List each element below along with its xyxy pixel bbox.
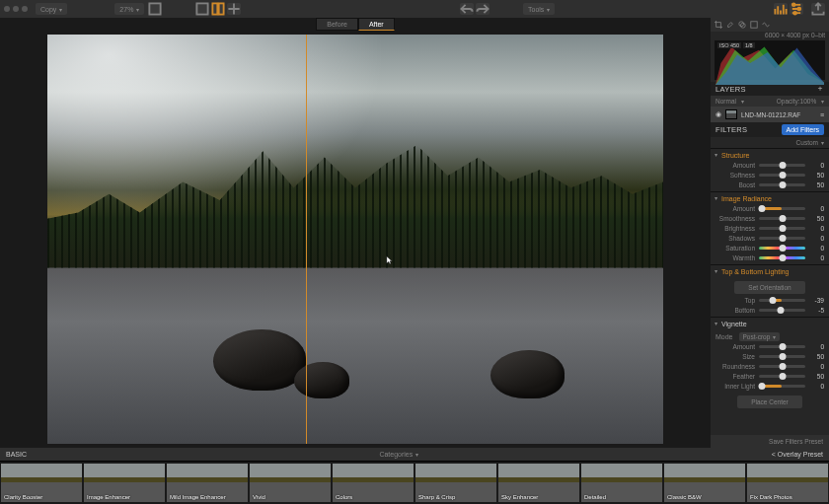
slider-size[interactable]: Size50 bbox=[716, 353, 824, 360]
slider-smoothness[interactable]: Smoothness50 bbox=[716, 215, 824, 222]
panel-vignette[interactable]: Vignette bbox=[711, 318, 829, 330]
svg-rect-9 bbox=[751, 21, 757, 27]
tab-after[interactable]: After bbox=[358, 18, 395, 31]
panel-image-radiance[interactable]: Image Radiance bbox=[711, 192, 829, 205]
preset-thumb[interactable]: Colors bbox=[333, 464, 414, 502]
slider-softness[interactable]: Softness50 bbox=[716, 172, 824, 179]
svg-rect-0 bbox=[150, 3, 161, 14]
preset-thumb[interactable]: Image Enhancer bbox=[84, 464, 165, 502]
vignette-mode-select[interactable]: Post-crop bbox=[739, 332, 781, 341]
compare-divider[interactable] bbox=[306, 35, 307, 444]
svg-rect-3 bbox=[219, 3, 224, 14]
slider-brightness[interactable]: Brightness0 bbox=[716, 225, 824, 232]
copy-menu[interactable]: Copy bbox=[36, 3, 67, 15]
clone-icon[interactable] bbox=[738, 21, 746, 30]
add-layer-icon[interactable]: ＋ bbox=[816, 84, 824, 94]
window-controls[interactable] bbox=[4, 6, 28, 12]
zoom-fit-icon[interactable] bbox=[148, 3, 162, 15]
filters-header: FILTERS Add Filters bbox=[711, 122, 829, 137]
image-canvas[interactable] bbox=[47, 35, 663, 444]
workspace-select[interactable]: Custom bbox=[711, 137, 829, 148]
panel-structure[interactable]: Structure bbox=[711, 149, 829, 162]
slider-inner-light[interactable]: Inner Light0 bbox=[716, 383, 824, 390]
slider-roundness[interactable]: Roundness0 bbox=[716, 363, 824, 370]
view-before-after-icon[interactable] bbox=[227, 3, 241, 15]
preset-thumb[interactable]: Detailed bbox=[581, 464, 662, 502]
slider-top[interactable]: Top-39 bbox=[716, 297, 824, 304]
undo-icon[interactable] bbox=[460, 3, 474, 15]
panel-top-bottom-lighting[interactable]: Top & Bottom Lighting bbox=[711, 265, 829, 278]
slider-amount[interactable]: Amount0 bbox=[716, 205, 824, 212]
tools-menu[interactable]: Tools bbox=[523, 3, 555, 15]
denoise-icon[interactable] bbox=[762, 21, 770, 30]
overlay-preset-toggle[interactable]: < Overlay Preset bbox=[772, 451, 823, 458]
save-filters-preset[interactable]: Save Filters Preset bbox=[711, 435, 829, 448]
slider-amount[interactable]: Amount0 bbox=[716, 343, 824, 350]
svg-rect-1 bbox=[197, 3, 208, 14]
export-icon[interactable] bbox=[811, 3, 825, 15]
side-panel: 6000 × 4000 px 0–bit ISO 450 1/8 LAYERS … bbox=[711, 18, 829, 448]
place-center-button[interactable]: Place Center bbox=[737, 396, 802, 408]
preset-filmstrip: Clarity BoosterImage EnhancerMild Image … bbox=[0, 461, 829, 504]
preset-thumb[interactable]: Sharp & Crisp bbox=[415, 464, 496, 502]
image-dimensions: 6000 × 4000 px 0–bit bbox=[711, 32, 829, 38]
preset-categories[interactable]: Categories bbox=[379, 451, 418, 458]
slider-saturation[interactable]: Saturation0 bbox=[716, 245, 824, 252]
layer-row[interactable]: ◉ LND-MN-01212.RAF ≡ bbox=[711, 107, 829, 122]
eye-icon[interactable]: ◉ bbox=[716, 110, 721, 118]
tab-before[interactable]: Before bbox=[316, 18, 358, 31]
svg-rect-2 bbox=[213, 3, 218, 14]
preset-thumb[interactable]: Vivid bbox=[250, 464, 331, 502]
histogram-toggle-icon[interactable] bbox=[774, 3, 788, 15]
slider-feather[interactable]: Feather50 bbox=[716, 373, 824, 380]
transform-icon[interactable] bbox=[750, 21, 758, 30]
filmstrip-header: BASIC Categories < Overlay Preset bbox=[0, 448, 829, 461]
slider-boost[interactable]: Boost50 bbox=[716, 181, 824, 188]
set-orientation-button[interactable]: Set Orientation bbox=[734, 281, 804, 294]
view-single-icon[interactable] bbox=[195, 3, 209, 15]
preset-thumb[interactable]: Classic B&W bbox=[664, 464, 745, 502]
preset-thumb[interactable]: Fix Dark Photos bbox=[747, 464, 828, 502]
compare-tabs: Before After bbox=[0, 18, 711, 31]
layer-thumbnail bbox=[725, 109, 737, 119]
slider-amount[interactable]: Amount0 bbox=[716, 162, 824, 169]
add-filters-button[interactable]: Add Filters bbox=[782, 124, 824, 135]
preset-thumb[interactable]: Sky Enhancer bbox=[498, 464, 579, 502]
slider-shadows[interactable]: Shadows0 bbox=[716, 235, 824, 242]
adjustments-panel-icon[interactable] bbox=[790, 3, 803, 15]
preset-thumb[interactable]: Mild Image Enhancer bbox=[167, 464, 248, 502]
view-compare-icon[interactable] bbox=[211, 3, 225, 15]
preset-thumb[interactable]: Clarity Booster bbox=[1, 464, 82, 502]
erase-icon[interactable] bbox=[726, 21, 734, 30]
slider-bottom[interactable]: Bottom-5 bbox=[716, 307, 824, 314]
layer-menu-icon[interactable]: ≡ bbox=[820, 111, 824, 118]
zoom-select[interactable]: 27% bbox=[114, 3, 144, 15]
crop-icon[interactable] bbox=[715, 21, 722, 30]
top-toolbar: Copy 27% Tools bbox=[0, 0, 829, 18]
slider-warmth[interactable]: Warmth0 bbox=[716, 254, 824, 261]
histogram[interactable]: ISO 450 1/8 bbox=[715, 40, 825, 80]
cursor-icon bbox=[386, 255, 394, 265]
redo-icon[interactable] bbox=[476, 3, 490, 15]
